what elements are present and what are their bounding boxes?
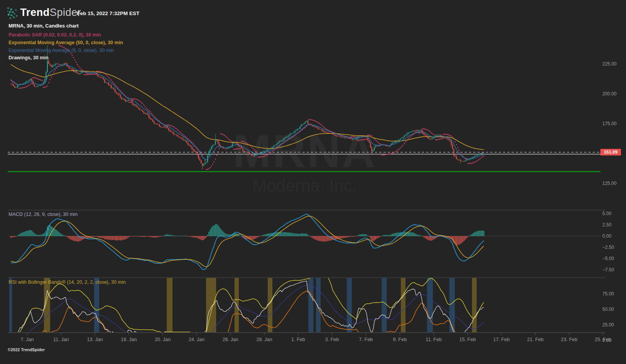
rsi-panel-label[interactable]: RSI with Bollinger Bands® (14, 20, 2, 2,… xyxy=(9,279,126,285)
x-axis-label: 20. Jan xyxy=(155,337,171,342)
legend-ema-9[interactable]: Exponential Moving Average (9, 0, close)… xyxy=(9,48,114,53)
x-axis-label: 13. Jan xyxy=(87,337,103,342)
rsi-highlight-blue xyxy=(427,278,433,332)
brand-spider: Spider xyxy=(50,7,81,18)
rsi-highlight-olive xyxy=(472,278,477,332)
price-tick-label: 125.00 xyxy=(602,181,617,186)
chart-canvas[interactable]: 225.00200.00175.00125.005.002.500.00−2.5… xyxy=(0,0,626,364)
x-axis-label: 23. Feb xyxy=(561,337,577,342)
legend-ema-50[interactable]: Exponential Moving Average (50, 0, close… xyxy=(9,40,123,45)
candlestick-series xyxy=(10,45,484,169)
rsi-highlight-olive xyxy=(268,278,272,332)
rsi-highlight-olive xyxy=(167,278,173,332)
trendspider-logo-icon xyxy=(5,5,20,21)
chart-datetime: Feb 15, 2022 7:32PM EST xyxy=(77,10,139,16)
legend-drawings[interactable]: Drawings, 30 min xyxy=(9,55,49,60)
x-axis-label: 18. Jan xyxy=(121,337,137,342)
copyright-note: ©2022 TrendSpider xyxy=(8,347,45,352)
rsi-tick-label: 25.00 xyxy=(602,322,614,328)
price-tick-label: 200.00 xyxy=(602,91,617,97)
rsi-highlight-blue xyxy=(449,278,455,332)
rsi-highlight-blue xyxy=(347,278,352,332)
rsi-highlight-blue xyxy=(316,278,321,332)
legend-parabolic-sar[interactable]: Parabolic SAR (0.02, 0.02, 0.2, 0), 30 m… xyxy=(9,32,101,38)
x-axis-label: 21. Feb xyxy=(527,337,543,342)
rsi-tick-label: 50.00 xyxy=(602,307,614,312)
price-tick-label: 175.00 xyxy=(602,121,617,126)
macd-histogram xyxy=(10,224,484,245)
last-price-badge: 151.09 xyxy=(600,149,621,155)
x-axis-label: 3. Feb xyxy=(325,337,339,342)
parabolic-sar-dots xyxy=(10,45,484,170)
macd-signal-line xyxy=(11,216,484,267)
x-axis-label: 9. Feb xyxy=(393,337,406,342)
macd-tick-label: −5.00 xyxy=(602,256,614,261)
x-axis-label: 15. Feb xyxy=(459,337,475,342)
rsi-highlight-blue xyxy=(381,278,387,332)
rsi-tick-label: 75.00 xyxy=(602,291,614,297)
macd-tick-label: −7.50 xyxy=(602,267,614,273)
macd-tick-label: 0.00 xyxy=(602,233,612,239)
x-axis-label: 1. Feb xyxy=(291,337,305,342)
trendspider-chart-window: MRNA Moderna, Inc. 225.00200.00175.00125… xyxy=(0,0,626,364)
macd-tick-label: 2.50 xyxy=(602,222,612,228)
rsi-highlight-olive xyxy=(206,278,216,332)
x-axis-label: 25. Feb xyxy=(595,337,611,342)
rsi-highlight-blue xyxy=(94,278,99,332)
ema-9-line xyxy=(11,65,484,160)
price-tick-label: 225.00 xyxy=(602,61,617,67)
x-axis-label: 7. Jan xyxy=(21,337,34,342)
rsi-highlight-blue xyxy=(9,278,12,332)
x-axis-label: 24. Jan xyxy=(189,337,205,342)
rsi-lower-band-line xyxy=(11,291,484,357)
ema-50-line xyxy=(11,64,484,150)
macd-tick-label: 5.00 xyxy=(602,211,612,216)
macd-line xyxy=(11,214,484,270)
x-axis-label: 11. Feb xyxy=(426,337,442,342)
x-axis-label: 7. Feb xyxy=(359,337,373,342)
x-axis-label: 17. Feb xyxy=(493,337,510,342)
chart-title: MRNA, 30 min, Candles chart xyxy=(9,23,79,29)
brand-trend: Trend xyxy=(20,7,50,18)
macd-tick-label: −2.50 xyxy=(602,245,614,250)
x-axis-label: 28. Jan xyxy=(256,337,272,342)
x-axis-label: 26. Jan xyxy=(222,337,238,342)
trendspider-brand: TrendSpider xyxy=(20,7,81,19)
x-axis-label: 11. Jan xyxy=(53,337,69,342)
macd-panel-label[interactable]: MACD (12, 26, 9, close), 30 min xyxy=(9,212,78,217)
rsi-line xyxy=(11,281,484,340)
